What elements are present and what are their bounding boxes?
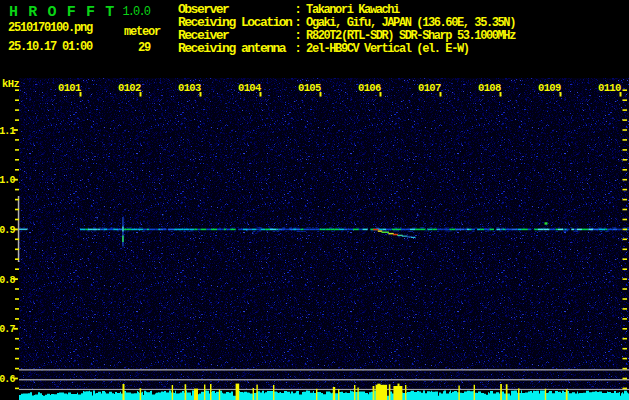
svg-text:0108: 0108 <box>478 82 501 94</box>
svg-text:1.0: 1.0 <box>0 175 15 186</box>
svg-text:: R820T2(RTL-SDR) SDR-Sharp 53: : R820T2(RTL-SDR) SDR-Sharp 53.1000MHz <box>295 29 517 43</box>
svg-text:0.9: 0.9 <box>0 225 15 236</box>
svg-text:0.7: 0.7 <box>0 324 15 335</box>
svg-text:0.8: 0.8 <box>0 275 15 286</box>
svg-text:0110: 0110 <box>598 82 621 94</box>
svg-text:meteor: meteor <box>124 25 161 39</box>
svg-text:: Takanori Kawachi: : Takanori Kawachi <box>295 3 401 17</box>
svg-text:T: T <box>105 4 114 21</box>
svg-text:: Ogaki, Gifu, JAPAN (136.60E,: : Ogaki, Gifu, JAPAN (136.60E, 35.35N) <box>295 16 516 30</box>
svg-text:25.10.17 01:00: 25.10.17 01:00 <box>8 40 93 54</box>
svg-text:0104: 0104 <box>238 82 261 94</box>
svg-text:H: H <box>9 4 18 21</box>
svg-text:0107: 0107 <box>418 82 441 94</box>
svg-text:0101: 0101 <box>58 82 81 94</box>
svg-text:1.0.0: 1.0.0 <box>123 5 151 19</box>
svg-text:F: F <box>86 4 95 21</box>
svg-text:R: R <box>28 4 37 21</box>
svg-text:2510170100.png: 2510170100.png <box>8 21 93 35</box>
svg-text:1.1: 1.1 <box>0 126 15 137</box>
svg-text:kHz: kHz <box>2 78 19 90</box>
svg-text:O: O <box>48 4 57 21</box>
svg-text:0103: 0103 <box>178 82 201 94</box>
svg-text:F: F <box>67 4 76 21</box>
svg-text:Receiving antenna: Receiving antenna <box>178 41 287 56</box>
svg-text:: 2el-HB9CV Vertical (el. E-W): : 2el-HB9CV Vertical (el. E-W) <box>295 42 469 56</box>
svg-text:0105: 0105 <box>298 82 321 94</box>
svg-text:0102: 0102 <box>118 82 141 94</box>
svg-text:0109: 0109 <box>538 82 561 94</box>
svg-text:0106: 0106 <box>358 82 381 94</box>
svg-text:29: 29 <box>138 41 151 55</box>
svg-text:0.6: 0.6 <box>0 374 15 385</box>
